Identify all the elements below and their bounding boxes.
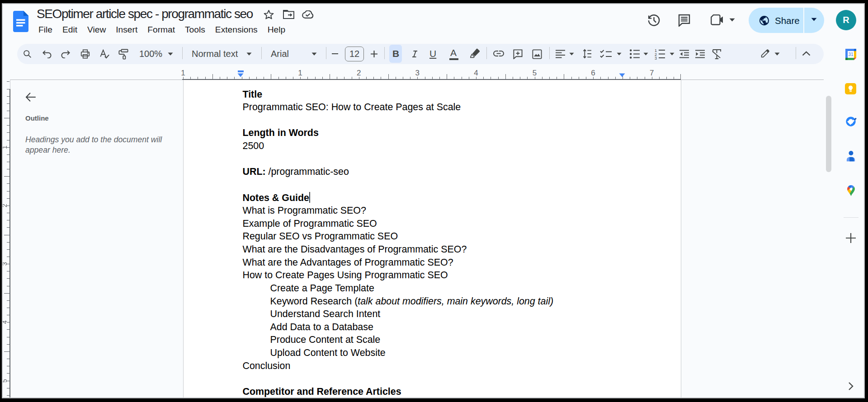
svg-text:31: 31 <box>848 52 854 57</box>
svg-text:3: 3 <box>655 56 657 60</box>
